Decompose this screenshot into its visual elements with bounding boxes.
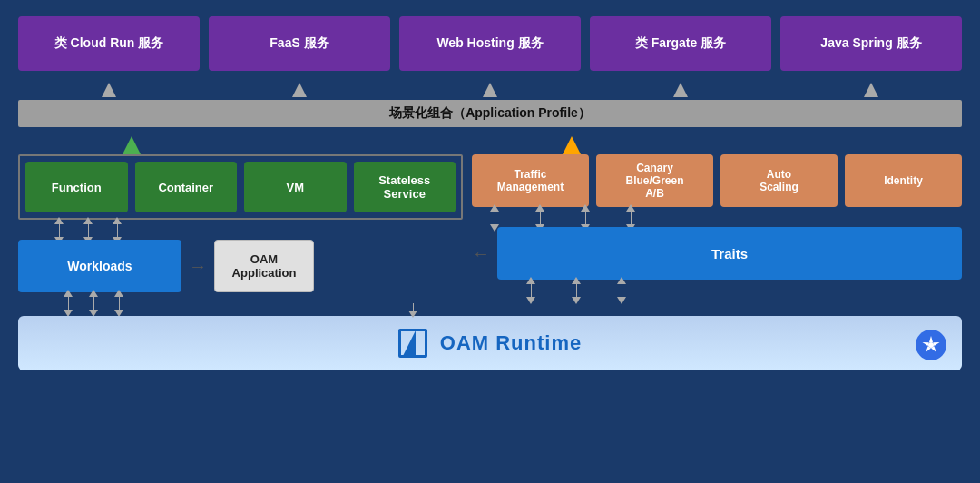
workload-container: Container xyxy=(135,162,238,212)
orange-arrow-row xyxy=(472,134,962,154)
tri-up-icon xyxy=(617,277,626,284)
tri-up-icon xyxy=(89,290,98,297)
up-arrow-icon xyxy=(864,83,878,97)
arrow-line xyxy=(88,224,89,237)
arrow-line xyxy=(59,224,60,237)
main-container: 类 Cloud Run 服务 FaaS 服务 Web Hosting 服务 类 … xyxy=(0,0,980,483)
tri-up-icon xyxy=(83,217,93,224)
arrow-line xyxy=(413,303,414,310)
arrow-line xyxy=(495,212,495,224)
service-fargate: 类 Fargate 服务 xyxy=(590,16,771,71)
kubernetes-svg xyxy=(915,329,947,361)
tri-up-icon xyxy=(526,277,535,284)
top-arrow-row xyxy=(18,80,962,100)
green-arrow-row xyxy=(18,134,463,154)
trait-bottom-arrows xyxy=(472,281,962,300)
workload-down-arrows xyxy=(18,222,463,240)
up-arrow-icon xyxy=(292,83,307,97)
orange-up-arrow-icon xyxy=(563,136,581,154)
left-panel: Function Container VM Stateless Service xyxy=(18,134,463,312)
bot-bi-arrow-1 xyxy=(64,290,73,317)
oam-runtime-bar: OAM Runtime xyxy=(18,316,962,370)
workload-stateless: Stateless Service xyxy=(354,162,456,212)
down-arrow-icon xyxy=(408,310,417,318)
trait-bot-bi-arrow-3 xyxy=(617,277,626,304)
trait-canary: Canary Blue/Green A/B xyxy=(596,154,713,207)
bot-bi-arrow-2 xyxy=(89,290,98,317)
service-cloud-run: 类 Cloud Run 服务 xyxy=(18,16,200,71)
oam-row-container: Workloads → OAM Application xyxy=(18,240,463,292)
green-up-arrow-icon xyxy=(122,136,141,154)
service-java-spring: Java Spring 服务 xyxy=(780,16,962,71)
up-arrow-icon xyxy=(102,83,116,97)
arrow-left-from-oam-icon: ← xyxy=(472,243,490,264)
arrow-to-fargate xyxy=(590,80,771,100)
layout: 类 Cloud Run 服务 FaaS 服务 Web Hosting 服务 类 … xyxy=(18,16,962,467)
cut-corner-shape xyxy=(403,330,416,356)
tri-up-icon xyxy=(54,217,64,224)
workloads-box: Workloads xyxy=(18,240,181,292)
tri-up-icon xyxy=(113,217,122,224)
arrow-to-cloud-run xyxy=(18,80,200,100)
arrow-line xyxy=(68,297,69,310)
middle-content: Function Container VM Stateless Service xyxy=(18,134,962,312)
tri-up-icon xyxy=(490,204,499,212)
arrow-right-icon: → xyxy=(189,256,207,277)
up-arrow-icon xyxy=(673,83,688,97)
trait-traffic: Traffic Management xyxy=(472,154,589,207)
arrow-to-faas xyxy=(209,80,390,100)
trait-autoscaling: Auto Scaling xyxy=(720,154,838,207)
arrow-line xyxy=(117,224,118,237)
tri-down-icon xyxy=(526,297,535,304)
workload-vm: VM xyxy=(244,162,347,212)
oam-application-box: OAM Application xyxy=(214,240,314,292)
workload-bottom-arrows xyxy=(18,294,463,312)
trait-mid-arrows xyxy=(472,209,962,227)
tri-down-icon xyxy=(617,297,626,304)
trait-type-boxes: Traffic Management Canary Blue/Green A/B… xyxy=(472,154,962,207)
arrow-line xyxy=(576,284,577,297)
kubernetes-icon xyxy=(915,329,947,365)
arrow-line xyxy=(631,212,632,224)
oam-app-down-arrow xyxy=(408,303,417,318)
tri-down-icon xyxy=(572,297,581,304)
workload-type-boxes: Function Container VM Stateless Service xyxy=(18,154,463,220)
arrow-line xyxy=(540,212,541,224)
arrow-line xyxy=(531,284,532,297)
arrow-line xyxy=(622,284,622,297)
runtime-label-row: OAM Runtime xyxy=(18,329,962,358)
tri-up-icon xyxy=(535,204,544,212)
arrow-to-java-spring xyxy=(780,80,962,100)
traits-row: ← Traits xyxy=(472,227,962,280)
runtime-icon-box xyxy=(398,329,427,358)
traits-box: Traits xyxy=(497,227,962,280)
tri-up-icon xyxy=(626,204,635,212)
arrow-to-web-hosting xyxy=(399,80,581,100)
trait-bot-bi-arrow-2 xyxy=(572,277,581,304)
tri-up-icon xyxy=(581,204,590,212)
right-panel: Traffic Management Canary Blue/Green A/B… xyxy=(472,134,962,312)
trait-identity: Identity xyxy=(845,154,962,207)
service-web-hosting: Web Hosting 服务 xyxy=(399,16,581,71)
workload-function: Function xyxy=(25,162,128,212)
service-faas: FaaS 服务 xyxy=(209,16,390,71)
bot-bi-arrow-3 xyxy=(114,290,123,317)
arrow-line xyxy=(93,297,94,310)
tri-up-icon xyxy=(114,290,123,297)
top-services-row: 类 Cloud Run 服务 FaaS 服务 Web Hosting 服务 类 … xyxy=(18,16,962,71)
svg-point-6 xyxy=(928,342,934,348)
arrow-line xyxy=(585,212,586,224)
arrow-line xyxy=(119,297,120,310)
app-profile-bar: 场景化组合（Application Profile） xyxy=(18,100,962,127)
trait-bot-bi-arrow-1 xyxy=(526,277,535,304)
tri-up-icon xyxy=(64,290,73,297)
tri-up-icon xyxy=(572,277,581,284)
up-arrow-icon xyxy=(483,83,497,97)
